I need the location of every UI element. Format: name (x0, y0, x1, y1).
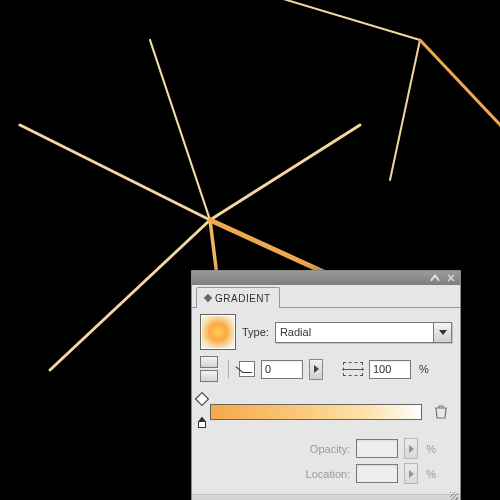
location-stepper (404, 463, 418, 484)
gradient-ramp-bar[interactable] (210, 404, 422, 420)
aspect-ratio-icon (343, 362, 363, 376)
swap-buttons[interactable] (200, 356, 218, 382)
angle-value: 0 (265, 363, 271, 375)
opacity-stop[interactable] (195, 392, 209, 406)
type-value: Radial (280, 326, 311, 338)
opacity-input (356, 439, 398, 458)
separator (228, 360, 229, 378)
angle-stepper[interactable] (309, 359, 323, 380)
panel-resize-grip[interactable] (192, 494, 460, 500)
gradient-panel: GRADIENT Type: Radial 0 (191, 270, 461, 500)
panel-tabs: GRADIENT (192, 285, 460, 308)
angle-input[interactable]: 0 (261, 360, 303, 379)
close-icon[interactable] (446, 273, 456, 283)
chevron-down-icon (433, 323, 451, 342)
location-suffix: % (426, 468, 436, 480)
aspect-value: 100 (373, 363, 391, 375)
location-label: Location: (306, 468, 351, 480)
type-select[interactable]: Radial (275, 322, 452, 343)
location-input (356, 464, 398, 483)
swap-fill-stroke-icon[interactable] (200, 370, 218, 382)
trash-icon[interactable] (434, 404, 448, 422)
collapse-icon[interactable] (430, 273, 440, 283)
diamond-icon (204, 294, 212, 302)
gradient-ramp[interactable] (202, 396, 450, 430)
gradient-swatch[interactable] (200, 314, 236, 350)
panel-body: Type: Radial 0 100 % (192, 308, 460, 494)
opacity-stepper (404, 438, 418, 459)
panel-titlebar[interactable] (192, 271, 460, 285)
tab-label: GRADIENT (215, 293, 271, 304)
aspect-input[interactable]: 100 (369, 360, 411, 379)
angle-icon (239, 361, 255, 377)
opacity-label: Opacity: (310, 443, 350, 455)
color-stop[interactable] (198, 418, 206, 428)
aspect-suffix: % (419, 363, 429, 375)
type-label: Type: (242, 326, 269, 338)
opacity-suffix: % (426, 443, 436, 455)
reverse-gradient-icon[interactable] (200, 356, 218, 368)
tab-gradient[interactable]: GRADIENT (196, 287, 280, 308)
